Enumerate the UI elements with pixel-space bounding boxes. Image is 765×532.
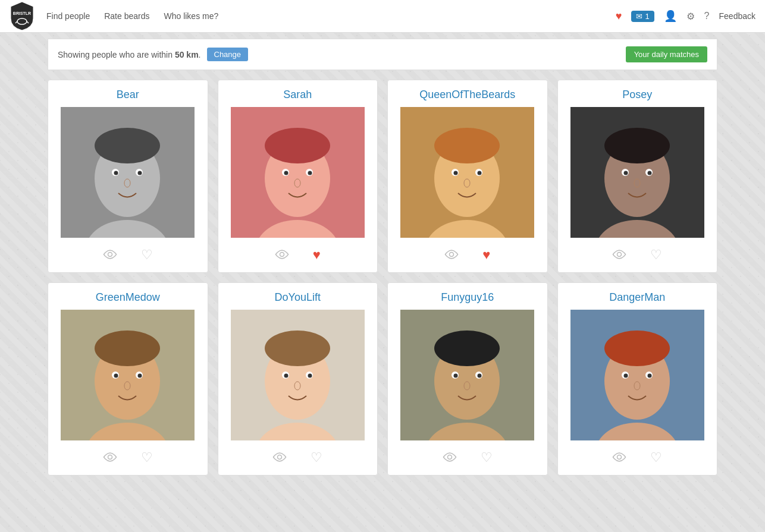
profile-photo bbox=[61, 107, 195, 238]
svg-point-62 bbox=[294, 382, 300, 390]
svg-point-10 bbox=[114, 171, 118, 175]
profiles-grid: Bear ♡ Sarah bbox=[48, 80, 717, 476]
card-actions: ♥ bbox=[218, 238, 378, 272]
svg-point-43 bbox=[617, 253, 622, 257]
like-button[interactable]: ♥ bbox=[482, 247, 490, 263]
svg-point-20 bbox=[284, 171, 288, 175]
logo-shield-icon: BRISTLR bbox=[10, 1, 35, 32]
svg-point-72 bbox=[464, 382, 470, 390]
like-button[interactable]: ♡ bbox=[141, 450, 153, 465]
profile-card-queenofthebeards: QueenOfTheBeards ♥ bbox=[387, 80, 548, 273]
profile-name: GreenMedow bbox=[91, 283, 165, 310]
card-actions: ♡ bbox=[558, 440, 717, 475]
view-profile-icon[interactable] bbox=[612, 247, 626, 263]
like-button[interactable]: ♡ bbox=[141, 247, 153, 263]
profile-card-dangerman: DangerMan ♡ bbox=[557, 282, 718, 476]
nav-rate-beards[interactable]: Rate beards bbox=[104, 11, 149, 21]
svg-point-37 bbox=[604, 128, 670, 163]
profile-photo bbox=[231, 310, 365, 440]
svg-point-11 bbox=[138, 171, 142, 175]
svg-point-80 bbox=[623, 374, 628, 378]
daily-matches-button[interactable]: Your daily matches bbox=[626, 46, 707, 62]
view-profile-icon[interactable] bbox=[443, 450, 457, 465]
svg-point-41 bbox=[647, 171, 651, 175]
svg-point-60 bbox=[284, 374, 288, 378]
svg-point-63 bbox=[278, 455, 282, 459]
view-profile-icon[interactable] bbox=[103, 450, 117, 465]
nav-help-icon[interactable]: ? bbox=[704, 11, 710, 21]
svg-point-32 bbox=[464, 179, 470, 187]
svg-point-53 bbox=[108, 455, 112, 459]
svg-point-13 bbox=[108, 253, 112, 257]
like-button[interactable]: ♡ bbox=[650, 450, 662, 465]
profile-name: QueenOfTheBeards bbox=[415, 80, 520, 107]
profile-name: Sarah bbox=[278, 80, 316, 107]
like-button[interactable]: ♡ bbox=[311, 450, 322, 465]
svg-point-47 bbox=[95, 330, 160, 366]
view-profile-icon[interactable] bbox=[103, 247, 117, 263]
card-actions: ♡ bbox=[48, 238, 208, 272]
navbar: BRISTLR Find people Rate beards Who like… bbox=[0, 0, 765, 33]
nav-user-icon[interactable]: 👤 bbox=[664, 10, 677, 23]
profile-photo bbox=[231, 107, 365, 238]
view-profile-icon[interactable] bbox=[612, 450, 626, 465]
like-button[interactable]: ♡ bbox=[481, 450, 493, 465]
svg-point-82 bbox=[634, 382, 640, 390]
svg-point-33 bbox=[450, 253, 454, 257]
svg-point-51 bbox=[138, 374, 142, 378]
svg-point-12 bbox=[124, 179, 130, 187]
profile-card-posey: Posey ♡ bbox=[557, 80, 718, 273]
profile-name: Funyguy16 bbox=[436, 283, 498, 310]
banner-distance: 50 km bbox=[175, 50, 199, 59]
nav-links: Find people Rate beards Who likes me? bbox=[46, 11, 604, 21]
message-icon: ✉ bbox=[636, 12, 642, 21]
nav-feedback-link[interactable]: Feedback bbox=[719, 11, 755, 21]
svg-point-52 bbox=[124, 382, 130, 390]
svg-point-61 bbox=[308, 374, 312, 378]
svg-point-21 bbox=[308, 171, 312, 175]
svg-point-31 bbox=[478, 171, 482, 175]
profile-photo bbox=[61, 310, 195, 440]
svg-point-42 bbox=[634, 179, 640, 187]
view-profile-icon[interactable] bbox=[272, 450, 287, 465]
svg-point-22 bbox=[294, 179, 300, 187]
nav-right: ♥ ✉ 1 👤 ⚙ ? Feedback bbox=[616, 10, 755, 23]
location-banner: Showing people who are within 50 km. Cha… bbox=[48, 39, 717, 70]
banner-left: Showing people who are within 50 km. Cha… bbox=[58, 48, 248, 61]
svg-point-17 bbox=[265, 128, 330, 163]
svg-point-71 bbox=[478, 374, 482, 378]
svg-point-23 bbox=[280, 253, 284, 257]
svg-point-7 bbox=[95, 128, 160, 163]
svg-point-70 bbox=[454, 374, 458, 378]
banner-text: Showing people who are within 50 km. bbox=[58, 50, 201, 59]
svg-point-50 bbox=[114, 374, 118, 378]
profile-card-bear: Bear ♡ bbox=[48, 80, 208, 273]
profile-name: Posey bbox=[617, 80, 657, 107]
svg-point-67 bbox=[434, 330, 500, 366]
profile-card-funyguy16: Funyguy16 ♡ bbox=[387, 282, 548, 476]
nav-gear-icon[interactable]: ⚙ bbox=[686, 11, 695, 22]
profile-photo bbox=[400, 310, 534, 440]
svg-point-27 bbox=[434, 128, 500, 163]
card-actions: ♥ bbox=[388, 238, 547, 272]
nav-who-likes-me[interactable]: Who likes me? bbox=[164, 11, 218, 21]
nav-message-badge[interactable]: ✉ 1 bbox=[631, 11, 654, 22]
card-actions: ♡ bbox=[48, 440, 208, 475]
svg-point-83 bbox=[617, 455, 622, 459]
svg-point-81 bbox=[647, 374, 651, 378]
profile-photo bbox=[400, 107, 534, 238]
profile-card-sarah: Sarah ♥ bbox=[218, 80, 378, 273]
nav-find-people[interactable]: Find people bbox=[46, 11, 90, 21]
profile-photo bbox=[570, 310, 704, 440]
card-actions: ♡ bbox=[558, 238, 717, 272]
change-location-button[interactable]: Change bbox=[207, 48, 249, 61]
logo[interactable]: BRISTLR bbox=[10, 1, 35, 32]
profile-name: Bear bbox=[112, 80, 144, 107]
svg-point-40 bbox=[623, 171, 628, 175]
nav-heart-icon[interactable]: ♥ bbox=[616, 10, 622, 23]
view-profile-icon[interactable] bbox=[275, 247, 289, 263]
like-button[interactable]: ♥ bbox=[313, 247, 321, 263]
like-button[interactable]: ♡ bbox=[650, 247, 662, 263]
profile-card-doyoulift: DoYouLift ♡ bbox=[218, 282, 378, 476]
view-profile-icon[interactable] bbox=[444, 247, 459, 263]
